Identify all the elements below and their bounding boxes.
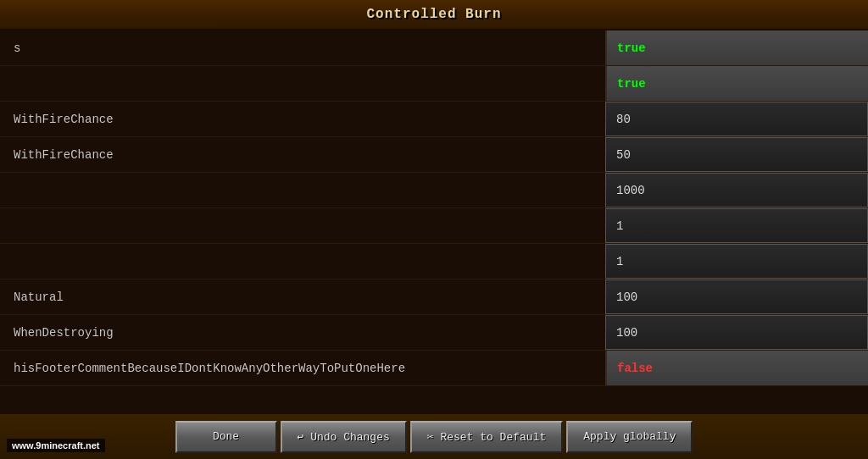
table-row[interactable]: 1 [0, 244, 868, 279]
table-row[interactable]: 1000 [0, 173, 868, 208]
table-row[interactable]: WhenDestroying100 [0, 315, 868, 351]
setting-value[interactable]: 1000 [605, 173, 868, 207]
setting-label: WithFireChance [0, 148, 605, 162]
setting-label: WithFireChance [0, 113, 605, 126]
watermark-site: 9minecraft [36, 440, 83, 451]
setting-value[interactable]: false [605, 351, 868, 385]
title-bar: Controlled Burn [0, 0, 868, 30]
setting-value[interactable]: true [605, 66, 868, 101]
table-row[interactable]: WithFireChance50 [0, 137, 868, 173]
table-row[interactable]: Natural100 [0, 279, 868, 315]
table-row[interactable]: 1 [0, 208, 868, 244]
reset-button[interactable]: ✂ Reset to Default [410, 421, 563, 453]
done-button[interactable]: Done [175, 421, 277, 453]
footer-bar: Done ↩ Undo Changes ✂ Reset to Default A… [0, 412, 868, 459]
watermark-prefix: www. [12, 440, 36, 451]
setting-label: s [0, 41, 605, 55]
setting-label: Natural [0, 290, 605, 304]
setting-value[interactable]: 1 [605, 208, 868, 243]
table-row[interactable]: strue [0, 30, 868, 66]
table-row[interactable]: true [0, 66, 868, 102]
setting-value[interactable]: 100 [605, 279, 868, 314]
setting-label: WhenDestroying [0, 326, 605, 340]
setting-value[interactable]: 50 [605, 137, 868, 172]
watermark-suffix: .net [83, 440, 100, 451]
page-title: Controlled Burn [366, 7, 501, 22]
setting-value[interactable]: true [605, 30, 868, 65]
table-row[interactable]: WithFireChance80 [0, 102, 868, 137]
setting-label: hisFooterCommentBecauseIDontKnowAnyOther… [0, 362, 605, 375]
table-row[interactable]: hisFooterCommentBecauseIDontKnowAnyOther… [0, 351, 868, 386]
settings-content: struetrueWithFireChance80WithFireChance5… [0, 30, 868, 412]
settings-list: struetrueWithFireChance80WithFireChance5… [0, 30, 868, 386]
undo-button[interactable]: ↩ Undo Changes [281, 421, 407, 453]
apply-globally-button[interactable]: Apply globally [566, 421, 693, 453]
watermark: www.9minecraft.net [7, 439, 105, 452]
setting-value[interactable]: 1 [605, 244, 868, 279]
setting-value[interactable]: 100 [605, 315, 868, 350]
setting-value[interactable]: 80 [605, 102, 868, 136]
